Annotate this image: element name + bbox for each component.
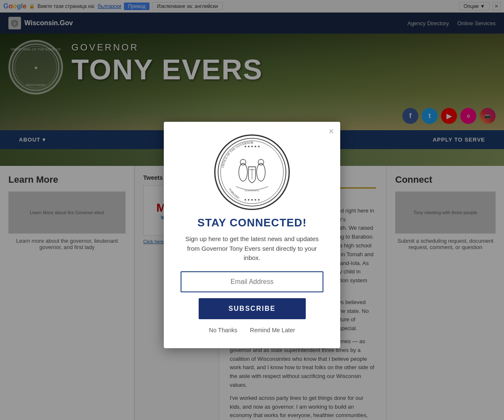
modal-description: Sign up here to get the latest news and …: [181, 234, 323, 263]
subscribe-button[interactable]: SUBSCRIBE: [199, 298, 306, 319]
modal-seal: OFFICE OF THE GOVERNOR · FORWARD · ★ ★ ★…: [214, 134, 290, 210]
svg-text:★ ★ ★ ★ ★: ★ ★ ★ ★ ★: [244, 145, 260, 148]
modal-close-button[interactable]: ×: [328, 127, 334, 136]
email-input[interactable]: [181, 271, 323, 292]
stay-connected-modal: × OFFICE OF THE GOVERNOR · FORWARD · ★ ★…: [164, 122, 340, 348]
remind-later-link[interactable]: Remind Me Later: [250, 327, 295, 333]
no-thanks-link[interactable]: No Thanks: [209, 327, 237, 333]
svg-text:★ ★ ★ ★ ★: ★ ★ ★ ★ ★: [244, 198, 260, 201]
svg-text:〜〜〜〜〜: 〜〜〜〜〜: [245, 189, 260, 192]
modal-title: STAY CONNECTED!: [181, 216, 323, 229]
modal-footer-links: No Thanks Remind Me Later: [181, 327, 323, 333]
